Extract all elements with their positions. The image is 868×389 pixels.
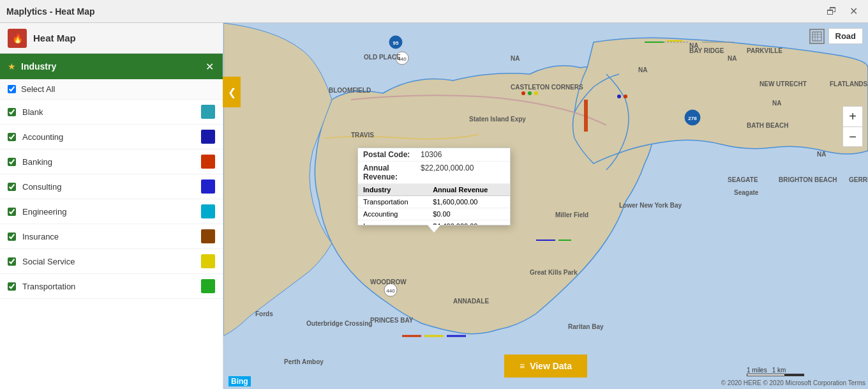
industry-color-box-0 bbox=[201, 105, 215, 119]
map-svg: 440 440 440 95 278 bbox=[223, 23, 868, 389]
popup-revenue-row: Annual Revenue: $22,200,000.00 bbox=[358, 162, 510, 184]
svg-text:278: 278 bbox=[688, 116, 697, 121]
industry-item: Transportation bbox=[0, 274, 223, 299]
popup-arrow bbox=[428, 225, 440, 233]
popup-table-header-industry: Industry bbox=[358, 184, 428, 196]
popup-table-header-revenue: Annual Revenue bbox=[428, 184, 510, 196]
select-all-label[interactable]: Select All bbox=[21, 84, 55, 94]
zoom-out-button[interactable]: − bbox=[842, 126, 863, 147]
close-button[interactable]: ✕ bbox=[846, 4, 862, 19]
industry-item: Engineering bbox=[0, 199, 223, 224]
bing-text: Bing bbox=[228, 376, 251, 386]
app-title: Maplytics - Heat Map bbox=[6, 6, 94, 17]
industry-label-7[interactable]: Transportation bbox=[22, 282, 201, 291]
select-all-checkbox[interactable] bbox=[8, 85, 16, 93]
bing-logo: Bing bbox=[228, 376, 251, 386]
industry-item: Banking bbox=[0, 149, 223, 174]
svg-point-14 bbox=[534, 91, 538, 95]
industry-checkbox-3[interactable] bbox=[8, 183, 16, 191]
industry-checkbox-4[interactable] bbox=[8, 208, 16, 216]
zoom-in-button[interactable]: + bbox=[842, 106, 863, 126]
scale-miles: 1 miles bbox=[747, 367, 767, 374]
industry-label-1[interactable]: Accounting bbox=[22, 132, 201, 142]
popup-industry-1: Accounting bbox=[358, 208, 428, 220]
svg-point-15 bbox=[617, 95, 621, 98]
industry-color-box-5 bbox=[201, 229, 215, 243]
industry-item: Insurance bbox=[0, 224, 223, 249]
industry-checkbox-0[interactable] bbox=[8, 108, 16, 116]
svg-rect-26 bbox=[812, 32, 821, 41]
industry-label-3[interactable]: Consulting bbox=[22, 182, 201, 192]
industry-label-0[interactable]: Blank bbox=[22, 107, 201, 117]
industry-color-box-4 bbox=[201, 204, 215, 218]
table-icon: ≡ bbox=[520, 361, 525, 371]
popup-revenue-0: $1,600,000.00 bbox=[428, 196, 510, 208]
popup-postal-label: Postal Code: bbox=[363, 150, 421, 159]
industry-item: Consulting bbox=[0, 174, 223, 199]
map-area[interactable]: 440 440 440 95 278 bbox=[223, 23, 868, 389]
svg-point-13 bbox=[528, 91, 532, 95]
map-copyright: © 2020 HERE © 2020 Microsoft Corporation… bbox=[721, 379, 865, 386]
industry-color-box-3 bbox=[201, 179, 215, 194]
popup-revenue-1: $0.00 bbox=[428, 208, 510, 220]
svg-point-12 bbox=[521, 91, 525, 95]
scale-bar: 1 miles 1 km bbox=[747, 367, 804, 376]
industry-label-2[interactable]: Banking bbox=[22, 157, 201, 167]
title-bar-left: Maplytics - Heat Map bbox=[6, 6, 94, 17]
popup-revenue-value: $22,200,000.00 bbox=[421, 164, 505, 181]
industry-label-6[interactable]: Social Service bbox=[22, 257, 201, 266]
svg-text:440: 440 bbox=[386, 288, 395, 294]
popup-industry-0: Transportation bbox=[358, 196, 428, 208]
restore-button[interactable]: 🗗 bbox=[823, 4, 841, 19]
popup-table-row: Transportation $1,600,000.00 bbox=[358, 196, 510, 208]
industry-close-button[interactable]: ✕ bbox=[204, 59, 215, 74]
industry-checkbox-1[interactable] bbox=[8, 133, 16, 141]
sidebar-title: Heat Map bbox=[33, 33, 215, 43]
view-data-label: View Data bbox=[530, 361, 572, 371]
popup-revenue-label: Annual Revenue: bbox=[363, 164, 421, 181]
sidebar-toggle-button[interactable]: ❮ bbox=[223, 77, 241, 107]
popup-industry-2: Insurance bbox=[358, 220, 428, 225]
svg-text:440: 440 bbox=[398, 56, 407, 62]
main-container: 🔥 Heat Map ★ Industry ✕ Select All Blank… bbox=[0, 23, 868, 389]
road-icon-box bbox=[809, 29, 825, 44]
popup-table-row: Insurance $4,400,000.00 bbox=[358, 220, 510, 225]
scale-km: 1 km bbox=[772, 367, 786, 374]
popup-scroll[interactable]: Postal Code: 10306 Annual Revenue: $22,2… bbox=[358, 148, 510, 225]
industry-checkbox-2[interactable] bbox=[8, 158, 16, 166]
popup-table: Industry Annual Revenue Transportation $… bbox=[358, 184, 510, 225]
industry-item: Social Service bbox=[0, 249, 223, 274]
industry-list: Blank Accounting Banking Consulting Engi… bbox=[0, 100, 223, 389]
popup-revenue-2: $4,400,000.00 bbox=[428, 220, 510, 225]
map-controls-top-right: Road bbox=[809, 28, 864, 44]
industry-label-4[interactable]: Engineering bbox=[22, 207, 201, 217]
popup-table-row: Accounting $0.00 bbox=[358, 208, 510, 220]
industry-bar: ★ Industry ✕ bbox=[0, 54, 223, 79]
popup-postal-row: Postal Code: 10306 bbox=[358, 148, 510, 162]
select-all-row: Select All bbox=[0, 79, 223, 100]
heatmap-icon: 🔥 bbox=[8, 29, 27, 48]
road-button[interactable]: Road bbox=[828, 28, 864, 44]
title-bar: Maplytics - Heat Map 🗗 ✕ bbox=[0, 0, 868, 23]
industry-star-icon: ★ bbox=[8, 61, 16, 72]
map-popup: Postal Code: 10306 Annual Revenue: $22,2… bbox=[357, 148, 511, 225]
industry-checkbox-6[interactable] bbox=[8, 257, 16, 266]
view-data-button[interactable]: ≡ View Data bbox=[504, 355, 587, 378]
industry-item: Blank bbox=[0, 100, 223, 125]
industry-bar-title: Industry bbox=[21, 61, 204, 72]
industry-color-box-2 bbox=[201, 155, 215, 169]
industry-checkbox-7[interactable] bbox=[8, 282, 16, 291]
sidebar-header: 🔥 Heat Map bbox=[0, 23, 223, 54]
svg-text:95: 95 bbox=[393, 40, 399, 46]
industry-color-box-6 bbox=[201, 254, 215, 268]
svg-rect-11 bbox=[584, 100, 588, 132]
industry-color-box-1 bbox=[201, 130, 215, 144]
industry-label-5[interactable]: Insurance bbox=[22, 232, 201, 241]
svg-point-16 bbox=[624, 95, 627, 98]
sidebar: 🔥 Heat Map ★ Industry ✕ Select All Blank… bbox=[0, 23, 223, 389]
industry-checkbox-5[interactable] bbox=[8, 233, 16, 241]
map-zoom-controls: + − bbox=[842, 106, 863, 147]
industry-color-box-7 bbox=[201, 279, 215, 293]
popup-postal-value: 10306 bbox=[421, 150, 505, 159]
title-bar-controls: 🗗 ✕ bbox=[823, 4, 862, 19]
